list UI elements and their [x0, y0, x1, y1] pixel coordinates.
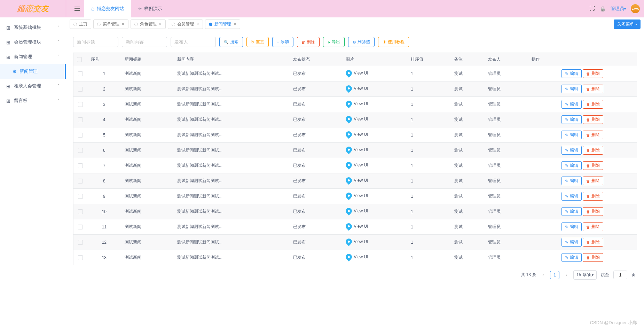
row-delete-button[interactable]: 删除 — [583, 131, 603, 139]
toolbar: 搜索 重置 添加 删除 导出 列筛选 使用教程 — [73, 37, 637, 47]
page-tab-0[interactable]: 主页 — [70, 19, 91, 29]
search-button[interactable]: 搜索 — [219, 37, 243, 47]
row-checkbox[interactable] — [78, 163, 83, 168]
edit-button[interactable]: 编辑 — [561, 253, 582, 262]
sidebar-item-1[interactable]: 会员管理模块˅ — [0, 35, 66, 49]
row-delete-button[interactable]: 删除 — [583, 115, 603, 124]
cell-publisher: 管理员 — [485, 204, 528, 219]
page-tab-3[interactable]: 会员管理✕ — [168, 19, 203, 29]
row-checkbox[interactable] — [78, 71, 83, 76]
edit-button[interactable]: 编辑 — [561, 161, 582, 170]
select-all-checkbox[interactable] — [77, 57, 82, 62]
row-delete-button[interactable]: 删除 — [583, 69, 603, 78]
delete-button[interactable]: 删除 — [297, 37, 320, 47]
page-tab-label: 主页 — [79, 21, 87, 27]
sidebar-item-2[interactable]: 新闻管理˄ — [0, 49, 66, 64]
cell-content: 测试新闻测试新闻测试... — [174, 219, 290, 235]
edit-button[interactable]: 编辑 — [561, 85, 582, 93]
cell-remark: 测试 — [451, 189, 485, 204]
row-checkbox[interactable] — [78, 102, 83, 107]
row-checkbox[interactable] — [78, 179, 83, 183]
close-icon[interactable]: ✕ — [196, 22, 199, 26]
edit-button[interactable]: 编辑 — [561, 177, 582, 185]
cell-remark: 测试 — [451, 158, 485, 173]
row-checkbox[interactable] — [78, 255, 83, 260]
row-delete-button[interactable]: 删除 — [583, 177, 603, 185]
edit-button[interactable]: 编辑 — [561, 222, 582, 231]
page-tab-1[interactable]: 菜单管理✕ — [93, 19, 128, 29]
edit-button[interactable]: 编辑 — [561, 192, 582, 201]
lock-icon[interactable] — [600, 6, 606, 11]
row-delete-button[interactable]: 删除 — [583, 85, 603, 93]
page-tab-label: 会员管理 — [177, 21, 194, 27]
row-delete-button[interactable]: 删除 — [583, 161, 603, 170]
sidebar-subitem-2-0[interactable]: 新闻管理 — [0, 64, 65, 79]
page-size-select[interactable]: 15 条/页 — [573, 270, 597, 280]
page-tab-4[interactable]: 新闻管理✕ — [205, 19, 240, 29]
close-icon[interactable]: ✕ — [159, 22, 162, 26]
trash-icon — [586, 133, 590, 138]
export-button[interactable]: 导出 — [323, 37, 345, 47]
page-tab-2[interactable]: 角色管理✕ — [131, 19, 166, 29]
row-delete-button[interactable]: 删除 — [583, 222, 603, 231]
row-checkbox[interactable] — [78, 209, 83, 214]
filter-title-input[interactable] — [73, 37, 118, 47]
close-icon[interactable]: ✕ — [233, 22, 236, 26]
avatar[interactable]: JAVA — [631, 4, 640, 13]
edit-button[interactable]: 编辑 — [561, 238, 582, 247]
cell-title: 测试新闻 — [121, 219, 174, 235]
row-delete-button[interactable]: 删除 — [583, 207, 603, 216]
menu-toggle-button[interactable] — [70, 0, 84, 17]
edit-button[interactable]: 编辑 — [561, 115, 582, 124]
user-menu[interactable]: 管理员 — [611, 6, 626, 12]
cell-actions: 编辑 删除 — [528, 143, 637, 158]
row-checkbox[interactable] — [78, 148, 83, 153]
reset-button[interactable]: 重置 — [246, 37, 269, 47]
close-icon[interactable]: ✕ — [121, 22, 125, 26]
row-checkbox[interactable] — [78, 240, 83, 245]
col-seq: 序号 — [87, 53, 121, 66]
next-page-button[interactable]: › — [564, 273, 569, 278]
filter-content-input[interactable] — [122, 37, 167, 47]
cell-seq: 7 — [87, 158, 121, 173]
row-delete-button[interactable]: 删除 — [583, 100, 603, 109]
row-checkbox[interactable] — [78, 117, 83, 122]
row-delete-button[interactable]: 删除 — [583, 253, 603, 262]
cell-publisher: 管理员 — [485, 250, 528, 265]
edit-button[interactable]: 编辑 — [561, 146, 582, 155]
page-1-button[interactable]: 1 — [550, 271, 559, 279]
help-button[interactable]: 使用教程 — [378, 37, 409, 47]
prev-page-button[interactable]: ‹ — [540, 273, 546, 278]
row-delete-button[interactable]: 删除 — [583, 146, 603, 155]
top-tab-1[interactable]: 样例演示 — [131, 0, 169, 17]
cell-seq: 10 — [87, 204, 121, 219]
cell-sort: 1 — [407, 97, 450, 112]
row-checkbox[interactable] — [78, 133, 83, 138]
viewui-icon — [345, 145, 353, 154]
grid-icon — [6, 98, 11, 103]
edit-button[interactable]: 编辑 — [561, 69, 582, 78]
fullscreen-icon[interactable] — [589, 6, 595, 12]
column-filter-button[interactable]: 列筛选 — [348, 37, 375, 47]
sidebar-item-4[interactable]: 留言板˅ — [0, 93, 66, 108]
row-delete-button[interactable]: 删除 — [583, 192, 603, 201]
row-delete-button[interactable]: 删除 — [583, 238, 603, 247]
sidebar-item-0[interactable]: 系统基础模块˅ — [0, 20, 66, 35]
cell-actions: 编辑 删除 — [528, 235, 637, 250]
sidebar-item-3[interactable]: 相亲大会管理˅ — [0, 79, 66, 93]
add-button[interactable]: 添加 — [272, 37, 293, 47]
row-checkbox[interactable] — [78, 225, 83, 229]
top-tab-0[interactable]: 婚恋交友网站 — [84, 0, 131, 17]
edit-button[interactable]: 编辑 — [561, 207, 582, 216]
cell-seq: 8 — [87, 173, 121, 189]
row-checkbox[interactable] — [78, 194, 83, 199]
close-tabs-menu-button[interactable]: 关闭菜单 — [614, 19, 641, 29]
edit-button[interactable]: 编辑 — [561, 100, 582, 109]
row-checkbox[interactable] — [78, 87, 83, 92]
cell-publisher: 管理员 — [485, 127, 528, 143]
edit-button[interactable]: 编辑 — [561, 131, 582, 139]
cell-seq: 13 — [87, 250, 121, 265]
page-jump-input[interactable] — [613, 271, 627, 279]
filter-publisher-input[interactable] — [171, 37, 216, 47]
cell-seq: 12 — [87, 235, 121, 250]
